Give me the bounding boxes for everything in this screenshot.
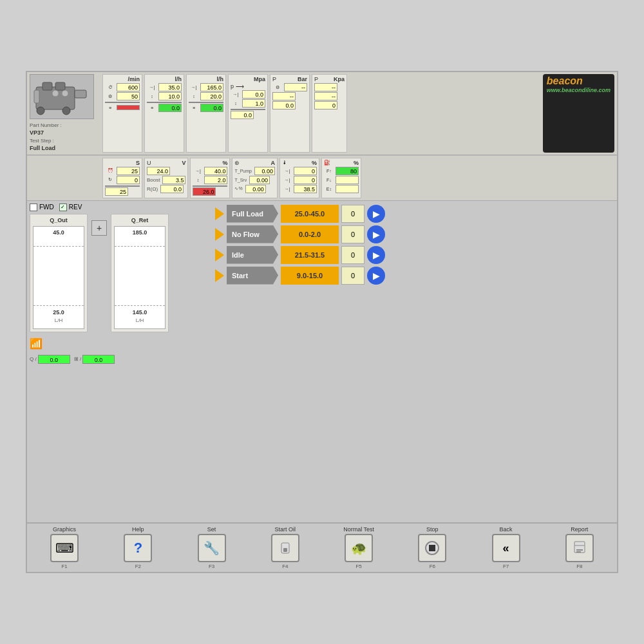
left-panel: FWD ✓ REV Q_Out 45.0 25.0 L/H [30, 204, 210, 520]
fkey-label-7: Report [571, 526, 588, 533]
svg-rect-6 [34, 90, 39, 103]
step-nav-1[interactable]: ▶ [367, 225, 385, 243]
instr-bar: P Bar ⚙ -- -- 0.0 [270, 74, 310, 153]
fkey-f5: Normal Test 🐢 F5 [323, 526, 395, 569]
test-steps-container: Full Load 25.0-45.0 0 ▶ No Flow 0.0-2.0 … [215, 204, 614, 286]
q-out-top: 45.0 [33, 229, 84, 236]
beacon-logo: beacon www.beacondiline.com [543, 74, 614, 153]
q-ret-gauge: Q_Ret 185.0 145.0 L/H [111, 214, 169, 332]
fkey-btn-f8[interactable] [565, 534, 594, 562]
footer-fkeys: Graphics ⌨ F1 Help ? F2 Set 🔧 F3 Start O… [27, 522, 617, 572]
q-ret-chart: 185.0 145.0 L/H [114, 226, 166, 329]
rev-checkbox[interactable]: ✓ REV [59, 204, 82, 211]
second-instruments-row: S ⏰ 25 ↻ 0 25 U V 24.0 Boost [27, 155, 617, 201]
step-count-2: 0 [341, 246, 365, 264]
flow-out-icon: ↕ [147, 93, 157, 100]
flow2-bar-icon: ≡ [189, 104, 199, 112]
main-content: FWD ✓ REV Q_Out 45.0 25.0 L/H [27, 201, 617, 522]
gear-icon: ⚙ [105, 93, 115, 100]
gauge-charts: Q_Out 45.0 25.0 L/H + Q_Ret 185.0 [30, 214, 210, 332]
fwd-checkbox[interactable]: FWD [30, 204, 54, 211]
step-nav-2[interactable]: ▶ [367, 246, 385, 264]
fkey-btn-f5[interactable]: 🐢 [345, 534, 373, 562]
main-frame: Part Number : VP37 Test Step : Full Load… [26, 71, 618, 573]
bar-press-icon: ⚙ [272, 84, 283, 91]
fkey-btn-f2[interactable]: ? [124, 534, 152, 562]
part-info: Part Number : VP37 Test Step : Full Load [30, 122, 100, 153]
svg-rect-14 [574, 542, 585, 545]
step-label-2[interactable]: Idle [227, 246, 278, 264]
step-count-0: 0 [341, 205, 365, 223]
q-ret-title: Q_Ret [131, 217, 149, 223]
fkey-f6: Stop F6 [396, 526, 468, 569]
q-flow-label: Q / [30, 356, 37, 362]
step-arrow-2 [215, 249, 224, 261]
flow-in-icon: →| [147, 84, 157, 91]
pct2-icon: ↕ [193, 176, 203, 184]
pct-icon: →| [193, 167, 203, 175]
flow-bar-icon: ≡ [147, 104, 157, 112]
q-flow-val: 0.0 [38, 355, 70, 364]
step-range-2: 21.5-31.5 [281, 246, 339, 264]
fkey-btn-f7[interactable]: « [492, 534, 520, 562]
fkey-num-0: F1 [61, 564, 67, 569]
step-label-0[interactable]: Full Load [227, 205, 278, 223]
q-ret-unit: L/H [115, 317, 165, 323]
step-arrow-0 [215, 207, 224, 220]
svg-point-5 [62, 107, 70, 115]
fkey-btn-f3[interactable]: 🔧 [198, 534, 226, 562]
fkey-f2: Help ? F2 [102, 526, 174, 569]
q-out-gauge: Q_Out 45.0 25.0 L/H [30, 214, 88, 332]
fuel-icon: F↑ [324, 167, 334, 175]
direction-checkboxes: FWD ✓ REV [30, 204, 210, 211]
pressure-icon: →| [231, 91, 241, 99]
q-out-unit: L/H [33, 317, 84, 323]
temp2-icon: →| [282, 176, 292, 184]
step-arrow-1 [215, 228, 224, 241]
svg-rect-12 [429, 545, 435, 551]
step-count-3: 0 [341, 267, 365, 285]
fkey-btn-f4[interactable] [271, 534, 299, 562]
instr-amps: ⊛ A T_Pump 0.00 T_Srv 0.00 ∿% 0.00 [232, 158, 277, 198]
fkey-num-4: F5 [355, 564, 361, 569]
engine-image [30, 74, 94, 119]
timer-icon: ↻ [105, 176, 115, 184]
svg-point-4 [37, 107, 44, 115]
add-button[interactable]: + [91, 220, 107, 236]
q-out-title: Q_Out [50, 217, 68, 223]
step-range-1: 0.0-2.0 [281, 225, 339, 243]
rev-checkbox-box[interactable]: ✓ [59, 204, 67, 211]
test-step-row: Start 9.0-15.0 0 ▶ [215, 265, 614, 286]
fkey-label-2: Set [207, 526, 216, 533]
step-nav-0[interactable]: ▶ [367, 205, 385, 223]
step-label-3[interactable]: Start [227, 267, 278, 285]
fkey-f4: Start Oil F4 [249, 526, 321, 569]
fkey-f1: Graphics ⌨ F1 [28, 526, 100, 569]
step-label-1[interactable]: No Flow [227, 225, 278, 243]
step-arrow-3 [215, 269, 224, 282]
instr-v: U V 24.0 Boost 3.5 R(Ω) 0.0 [144, 158, 188, 198]
fkey-btn-f1[interactable]: ⌨ [50, 534, 79, 562]
instr-temp: 🌡 % →| 0 →| 0 →| 38.5 [279, 158, 319, 198]
svg-rect-15 [576, 549, 583, 551]
fkey-num-1: F2 [135, 564, 141, 569]
step-nav-3[interactable]: ▶ [367, 267, 385, 285]
q-ret-bottom: 145.0 [115, 309, 165, 316]
svg-rect-3 [75, 90, 86, 98]
bat-label: ⊞ / [74, 356, 81, 362]
fkey-btn-f6[interactable] [418, 534, 446, 562]
svg-rect-1 [43, 82, 52, 90]
fwd-checkbox-box[interactable] [30, 204, 37, 211]
q-out-bottom: 25.0 [33, 309, 84, 316]
test-step-row: Full Load 25.0-45.0 0 ▶ [215, 204, 614, 224]
instr-s: S ⏰ 25 ↻ 0 25 [102, 158, 142, 198]
fkey-f3: Set 🔧 F3 [176, 526, 248, 569]
bar-icon: ≡ [105, 104, 115, 111]
fuel3-icon: E↕ [324, 185, 334, 193]
flow2-out-icon: ↕ [189, 93, 199, 100]
test-step-row: No Flow 0.0-2.0 0 ▶ [215, 224, 614, 245]
rpm-row1: ⏱ 600 [105, 83, 140, 91]
fkey-label-4: Normal Test [343, 526, 374, 533]
logo-url: www.beacondiline.com [547, 87, 611, 93]
temp-icon: →| [282, 167, 292, 175]
